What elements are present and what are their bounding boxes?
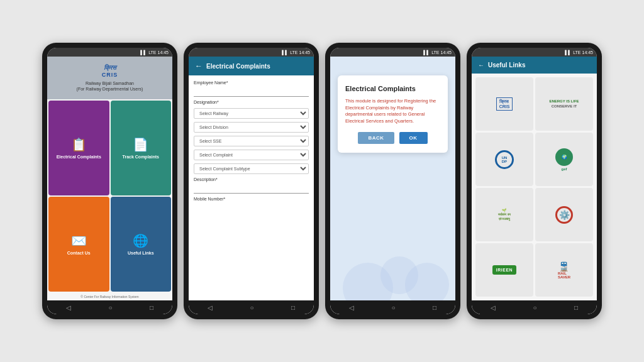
phone-3-screen: ▌▌ LTE 14:45 Electrical Complaints This … xyxy=(330,48,455,314)
cris-english-logo: CRIS xyxy=(55,72,165,78)
dialog-back-button[interactable]: BACK xyxy=(358,132,394,144)
phone-nav-4: ◁ ○ □ xyxy=(472,300,597,314)
description-input[interactable] xyxy=(194,186,309,194)
form-content: Employee Name* Designation* Select Railw… xyxy=(189,75,314,300)
tile-track-complaints[interactable]: 📄 Track Complaints xyxy=(111,101,172,195)
nav-back-2[interactable]: ◁ xyxy=(208,304,213,311)
nav-recents-2[interactable]: □ xyxy=(291,304,295,311)
nav-back-3[interactable]: ◁ xyxy=(349,304,354,311)
clipboard-icon: 📋 xyxy=(71,137,87,152)
document-icon: 📄 xyxy=(133,137,148,152)
form-header: ← Electrical Complaints xyxy=(189,57,314,75)
employee-name-input[interactable] xyxy=(194,89,309,97)
phone-nav-2: ◁ ○ □ xyxy=(189,300,314,314)
cris-hindi-logo: क्रिस xyxy=(55,64,165,72)
mobile-group: Mobile Number* xyxy=(194,197,309,202)
home-grid: 📋 Electrical Complaints 📄 Track Complain… xyxy=(47,99,172,293)
tile-electrical-complaints[interactable]: 📋 Electrical Complaints xyxy=(48,101,109,195)
mail-icon: ✉️ xyxy=(71,233,87,248)
back-arrow-icon[interactable]: ← xyxy=(195,62,203,70)
tile-useful-links[interactable]: 🌐 Useful Links xyxy=(111,197,172,292)
dialog-box: Electrical Complaints This module is des… xyxy=(338,75,448,153)
link-tile-cris[interactable]: क्रिसCRIS xyxy=(475,77,533,131)
description-group: Description* xyxy=(194,177,309,194)
link-tile-undp[interactable]: UNDP xyxy=(475,133,533,186)
tile-track-label: Track Complaints xyxy=(123,155,159,159)
nav-home-2[interactable]: ○ xyxy=(250,304,253,311)
bg-circle-3 xyxy=(405,263,449,300)
links-grid: क्रिसCRIS ENERGY IS LIFECONSERVE IT UNDP xyxy=(472,74,597,300)
phone-2: ▌▌ LTE 14:45 ← Electrical Complaints Emp… xyxy=(184,43,319,319)
railsaver-link-logo: 🚆 RAILSAVER xyxy=(558,261,570,279)
mobile-label: Mobile Number* xyxy=(194,197,309,201)
status-bar-3: ▌▌ LTE 14:45 xyxy=(330,48,455,57)
link-tile-irieen[interactable]: IRIEEN xyxy=(475,243,533,297)
nav-recents-4[interactable]: □ xyxy=(574,304,578,311)
phone-2-screen: ▌▌ LTE 14:45 ← Electrical Complaints Emp… xyxy=(189,48,314,314)
nav-home-3[interactable]: ○ xyxy=(391,304,395,311)
employee-name-label: Employee Name* xyxy=(194,80,309,85)
complaint-select[interactable]: Select Complaint xyxy=(194,150,309,160)
env-link-logo: 🌱पर्यावरण वनएवं जलवायु xyxy=(498,208,510,221)
nav-back[interactable]: ◁ xyxy=(66,304,71,311)
links-header: ← Useful Links xyxy=(472,57,597,74)
home-screen: क्रिस CRIS Railway Bijali Samadhan (For … xyxy=(47,57,172,300)
energy-link-logo: ENERGY IS LIFECONSERVE IT xyxy=(549,99,579,109)
phones-container: ▌▌ LTE 14:45 क्रिस CRIS Railway Bijali S… xyxy=(30,30,614,332)
globe-icon: 🌐 xyxy=(133,233,148,248)
links-header-title: Useful Links xyxy=(488,62,525,69)
employee-name-group: Employee Name* xyxy=(194,80,309,97)
tile-links-label: Useful Links xyxy=(128,251,154,255)
link-tile-gef[interactable]: 🌍 gef xyxy=(535,133,593,186)
status-bar-1: ▌▌ LTE 14:45 xyxy=(47,48,172,57)
description-label: Description* xyxy=(194,177,309,182)
nav-recents-3[interactable]: □ xyxy=(433,304,436,311)
phone-3: ▌▌ LTE 14:45 Electrical Complaints This … xyxy=(325,43,460,319)
phone-nav-3: ◁ ○ □ xyxy=(330,300,455,314)
links-back-arrow-icon[interactable]: ← xyxy=(478,62,484,69)
phone-1-screen: ▌▌ LTE 14:45 क्रिस CRIS Railway Bijali S… xyxy=(47,48,172,314)
nav-home[interactable]: ○ xyxy=(108,304,112,311)
sse-select[interactable]: Select SSE xyxy=(194,136,309,146)
designation-label: Designation* xyxy=(194,100,309,104)
phone-4-screen: ▌▌ LTE 14:45 ← Useful Links क्रिसCRIS xyxy=(472,48,597,314)
dialog-screen: Electrical Complaints This module is des… xyxy=(330,57,455,300)
designation-group: Designation* xyxy=(194,100,309,105)
phone-nav-1: ◁ ○ □ xyxy=(47,300,172,314)
form-header-title: Electrical Complaints xyxy=(206,63,270,70)
link-tile-railsaver[interactable]: 🚆 RAILSAVER xyxy=(535,243,593,297)
status-bar-4: ▌▌ LTE 14:45 xyxy=(472,48,597,57)
nav-back-4[interactable]: ◁ xyxy=(491,304,496,311)
dialog-bg xyxy=(330,159,455,300)
link-tile-energy[interactable]: ENERGY IS LIFECONSERVE IT xyxy=(535,77,593,131)
home-tagline: Railway Bijali Samadhan (For Railway Dep… xyxy=(55,80,165,92)
dialog-ok-button[interactable]: OK xyxy=(399,132,428,144)
division-select[interactable]: Select Division xyxy=(194,122,309,133)
tile-contact-label: Contact Us xyxy=(67,251,91,255)
undp-link-logo: UNDP xyxy=(495,150,514,169)
gef-link-logo: 🌍 gef xyxy=(555,148,573,171)
dialog-body: This module is designed for Registering … xyxy=(345,98,440,124)
nav-home-4[interactable]: ○ xyxy=(533,304,536,311)
status-bar-2: ▌▌ LTE 14:45 xyxy=(189,48,314,57)
phone-4: ▌▌ LTE 14:45 ← Useful Links क्रिसCRIS xyxy=(467,43,602,319)
link-tile-env[interactable]: 🌱पर्यावरण वनएवं जलवायु xyxy=(475,188,533,241)
link-tile-railway[interactable]: ⚙️ xyxy=(535,188,593,241)
railway-wheel-logo: ⚙️ xyxy=(555,206,573,224)
form-screen: ← Electrical Complaints Employee Name* D… xyxy=(189,57,314,300)
dialog-buttons: BACK OK xyxy=(345,132,440,144)
home-header: क्रिस CRIS Railway Bijali Samadhan (For … xyxy=(47,57,172,99)
dialog-title: Electrical Complaints xyxy=(345,84,440,93)
tile-contact-us[interactable]: ✉️ Contact Us xyxy=(48,197,109,292)
railway-select[interactable]: Select Railway xyxy=(194,108,309,119)
links-screen: ← Useful Links क्रिसCRIS ENERGY IS LIFEC… xyxy=(472,57,597,300)
tile-electrical-label: Electrical Complaints xyxy=(57,155,101,159)
phone-1: ▌▌ LTE 14:45 क्रिस CRIS Railway Bijali S… xyxy=(42,43,177,319)
home-footer: © Center For Railway Information System xyxy=(47,293,172,300)
complaint-subtype-select[interactable]: Select Complaint Subtype xyxy=(194,163,309,174)
cris-link-logo: क्रिसCRIS xyxy=(496,97,513,111)
irieen-link-logo: IRIEEN xyxy=(492,265,516,275)
nav-recents[interactable]: □ xyxy=(150,304,153,311)
